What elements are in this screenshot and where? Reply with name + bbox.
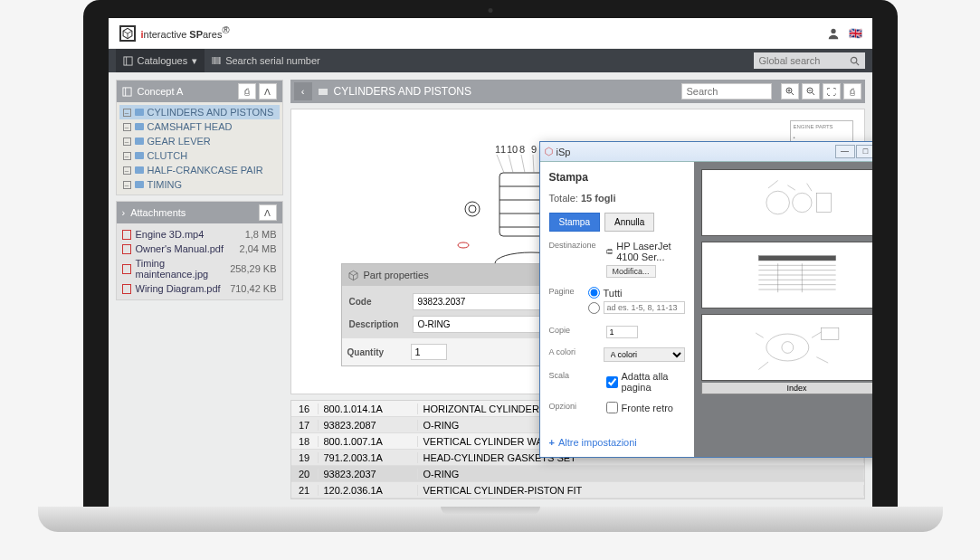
options-label: Opzioni: [549, 402, 599, 411]
preview-page[interactable]: [701, 314, 872, 381]
chevron-down-icon: ▾: [192, 55, 197, 67]
global-search-input[interactable]: [754, 52, 844, 69]
search-icon[interactable]: [844, 56, 865, 66]
row-num: 17: [291, 420, 319, 431]
user-icon[interactable]: [827, 27, 840, 40]
tree-item[interactable]: –CLUTCH: [119, 148, 280, 163]
svg-point-23: [458, 242, 469, 248]
svg-point-21: [465, 202, 480, 216]
folder-icon: [135, 123, 144, 130]
row-code: 791.2.003.1A: [319, 452, 418, 463]
preview-index: Index: [701, 383, 872, 394]
attachment-row[interactable]: Wiring Diagram.pdf710,42 KB: [122, 281, 277, 296]
expand-icon[interactable]: –: [123, 152, 131, 160]
attachment-size: 2,04 MB: [240, 243, 277, 254]
print-icon[interactable]: ⎙: [843, 83, 861, 100]
expand-icon[interactable]: –: [123, 138, 131, 146]
barcode-icon: [212, 56, 221, 65]
folder-icon: [135, 181, 144, 188]
file-icon: [122, 244, 131, 254]
app-icon: [544, 147, 554, 157]
attachment-row[interactable]: Timing maintenance.jpg258,29 KB: [122, 256, 277, 281]
collapse-icon[interactable]: ᐱ: [259, 83, 277, 100]
zoom-in-icon[interactable]: [781, 83, 799, 100]
print-total: Totale: 15 fogli: [549, 193, 685, 204]
svg-line-13: [812, 93, 814, 96]
back-button[interactable]: ‹: [294, 82, 312, 100]
attachment-row[interactable]: Owner's Manual.pdf2,04 MB: [122, 242, 277, 256]
tree-item[interactable]: –TIMING: [119, 177, 280, 192]
fit-page-checkbox[interactable]: [606, 376, 618, 388]
color-select[interactable]: A colori: [604, 347, 685, 362]
expand-icon[interactable]: –: [123, 123, 131, 131]
row-code: 120.2.036.1A: [319, 485, 418, 496]
page-title: CYLINDERS AND PISTONS: [334, 85, 471, 98]
collapse-icon[interactable]: ᐱ: [259, 204, 277, 221]
file-icon: [122, 230, 131, 240]
table-row[interactable]: 2093823.2037O-RING: [291, 466, 864, 482]
book-icon: [123, 56, 133, 66]
attachments-title: Attachments: [130, 207, 186, 218]
tree-header: Concept A ⎙ ᐱ: [117, 81, 282, 102]
flag-icon[interactable]: 🇬🇧: [849, 27, 861, 40]
svg-rect-51: [758, 256, 835, 261]
svg-line-4: [856, 62, 859, 65]
pages-range-input[interactable]: [604, 301, 685, 314]
minimize-button[interactable]: —: [835, 145, 855, 158]
tree-item-label: GEAR LEVER: [147, 136, 211, 147]
tree-title: Concept A: [138, 86, 184, 97]
fullscreen-icon[interactable]: ⛶: [823, 83, 841, 100]
cancel-button[interactable]: Annulla: [604, 213, 654, 232]
duplex-checkbox[interactable]: [606, 402, 618, 413]
svg-line-9: [791, 93, 794, 96]
pages-all-radio[interactable]: [588, 287, 600, 299]
folder-icon: [318, 86, 328, 97]
attachment-name: Engine 3D.mp4: [136, 229, 245, 240]
attachment-row[interactable]: Engine 3D.mp41,8 MB: [122, 227, 277, 242]
svg-line-36: [509, 155, 513, 173]
row-num: 19: [291, 452, 319, 463]
tree-list: –CYLINDERS AND PISTONS –CAMSHAFT HEAD –G…: [117, 102, 282, 195]
print-preview[interactable]: Index: [694, 162, 872, 457]
tree-item[interactable]: –HALF-CRANKCASE PAIR: [119, 163, 280, 177]
modify-button[interactable]: Modifica...: [606, 265, 656, 278]
destination-label: Destinazione: [549, 241, 599, 250]
expand-icon[interactable]: –: [123, 181, 131, 189]
serial-search[interactable]: Search serial number: [205, 49, 328, 72]
expand-icon[interactable]: –: [123, 166, 131, 175]
row-num: 16: [291, 403, 319, 414]
svg-line-35: [497, 155, 504, 173]
row-desc: VERTICAL CYLINDER-PISTON FIT: [418, 485, 864, 496]
chevron-right-icon: ›: [122, 207, 126, 218]
expand-icon[interactable]: –: [123, 109, 131, 117]
row-num: 18: [291, 436, 319, 447]
preview-page[interactable]: [701, 169, 872, 236]
table-row[interactable]: 21120.2.036.1AVERTICAL CYLINDER-PISTON F…: [291, 482, 864, 498]
more-settings-link[interactable]: +Altre impostazioni: [549, 437, 685, 448]
code-label: Code: [349, 297, 413, 307]
svg-point-22: [469, 205, 476, 213]
copies-input[interactable]: [606, 326, 638, 338]
logo-icon: [119, 25, 136, 42]
pages-range-radio[interactable]: [588, 302, 600, 314]
row-desc: O-RING: [418, 469, 864, 479]
preview-page[interactable]: [701, 242, 872, 308]
tree-item[interactable]: –CAMSHAFT HEAD: [119, 119, 280, 134]
print-button[interactable]: Stampa: [549, 213, 600, 232]
maximize-button[interactable]: □: [856, 145, 872, 158]
destination-value: HP LaserJet 4100 Ser...: [616, 241, 684, 262]
tree-item-label: CLUTCH: [147, 150, 188, 161]
print-icon[interactable]: ⎙: [238, 83, 256, 100]
tree-item[interactable]: –GEAR LEVER: [119, 134, 280, 148]
window-titlebar[interactable]: iSp — □ ✕: [540, 142, 872, 162]
tree-item[interactable]: –CYLINDERS AND PISTONS: [119, 105, 280, 119]
svg-rect-46: [607, 249, 611, 250]
quantity-input[interactable]: [411, 344, 447, 360]
attachment-size: 1,8 MB: [245, 229, 277, 240]
zoom-out-icon[interactable]: [802, 83, 820, 100]
diagram-search-input[interactable]: [681, 83, 772, 100]
catalogues-menu[interactable]: Catalogues ▾: [116, 49, 205, 72]
app-header: interactive SPares® 🇬🇧: [109, 18, 872, 49]
attachment-size: 710,42 KB: [230, 283, 276, 294]
svg-text:11: 11: [495, 144, 506, 155]
